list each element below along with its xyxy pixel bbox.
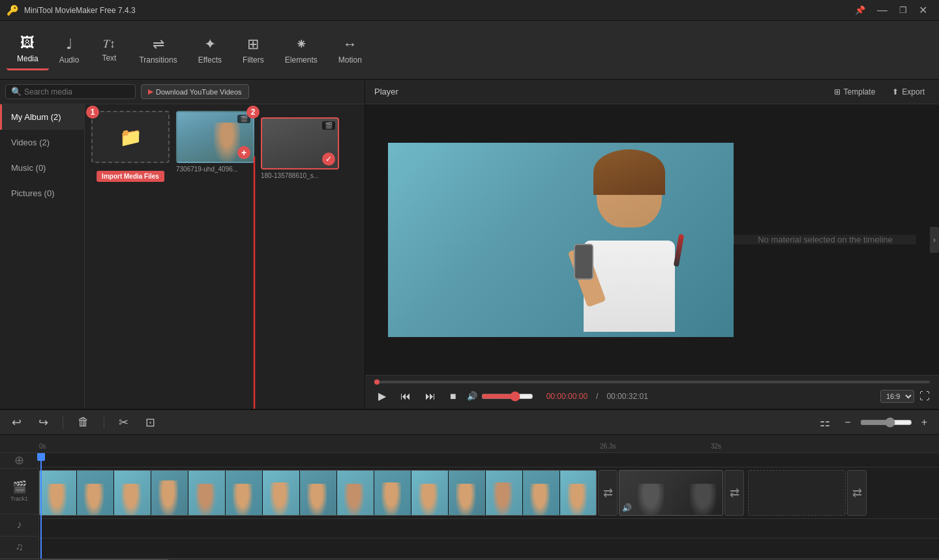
toolbar-item-elements[interactable]: ⁕ Elements (275, 31, 328, 70)
toolbar-item-motion[interactable]: ↔ Motion (328, 31, 372, 70)
sidebar-item-pictures[interactable]: Pictures (0) (0, 181, 84, 206)
playhead-handle[interactable] (37, 453, 45, 461)
thumb-2 (114, 471, 151, 516)
search-box[interactable]: 🔍 (5, 84, 136, 99)
stop-button[interactable]: ■ (446, 389, 460, 404)
undo-button[interactable]: ↩ (7, 413, 27, 432)
app-title: MiniTool MovieMaker Free 7.4.3 (24, 6, 850, 15)
timeline-area: 0s 26.3s 32s ⊕ 🎬 Track1 ♪ ♫ (0, 435, 939, 560)
crop-button[interactable]: ⊡ (140, 413, 160, 432)
close-button[interactable]: ✕ (914, 3, 932, 18)
thumb-8 (337, 471, 374, 516)
elements-icon: ⁕ (295, 36, 307, 53)
video1-label: 7306719-uhd_4096... (176, 166, 254, 173)
timeline-ruler: 0s 26.3s 32s (0, 435, 939, 453)
thumb-3 (151, 471, 188, 516)
export-button[interactable]: ⬆ Export (887, 85, 930, 99)
transfer-arrow-1[interactable]: ⇄ (598, 470, 618, 516)
volume-slider[interactable] (481, 391, 533, 402)
media-toolbar: 🔍 ▶ Download YouTube Videos (0, 80, 365, 104)
zoom-in-button[interactable]: + (916, 414, 932, 431)
filters-icon: ⊞ (247, 36, 259, 53)
thumb-9 (374, 471, 411, 516)
player-header: Player ⊞ Template ⬆ Export (365, 80, 939, 104)
second-clip-thumb-2 (671, 471, 723, 516)
content-area: 🔍 ▶ Download YouTube Videos My Album (2)… (0, 80, 939, 409)
toolbar-item-media[interactable]: 🖼 Media (7, 29, 49, 70)
toolbar-item-text[interactable]: 𝑇↕ Text (89, 32, 128, 68)
template-button[interactable]: ⊞ Template (829, 85, 881, 99)
timeline-tracks: ⊕ 🎬 Track1 ♪ ♫ (0, 453, 939, 559)
timeline-toolbar: ↩ ↪ 🗑 ✂ ⊡ ⚏ − + (0, 409, 939, 435)
video-frame (388, 143, 734, 337)
progress-indicator[interactable] (374, 379, 380, 385)
transfer-arrow-3[interactable]: ⇄ (847, 470, 867, 516)
track-label-audio: ♪ (0, 514, 38, 537)
toolbar-item-filters[interactable]: ⊞ Filters (232, 31, 275, 70)
video-display: No material selected on the timeline › (365, 104, 939, 375)
play-button[interactable]: ▶ (374, 389, 390, 404)
track-label-add: ⊕ (0, 453, 38, 469)
media-icon: 🖼 (20, 35, 35, 52)
cut-button[interactable]: ✂ (113, 413, 134, 432)
time-separator: / (596, 392, 598, 401)
search-input[interactable] (24, 87, 115, 96)
aspect-ratio-select[interactable]: 16:9 9:16 4:3 1:1 (880, 390, 914, 403)
motion-label: Motion (338, 55, 362, 65)
step1-badge: 1 (86, 106, 99, 119)
toolbar-item-effects[interactable]: ✦ Effects (188, 31, 232, 70)
toolbar-separator-1 (63, 416, 63, 429)
pin-button[interactable]: 📌 (850, 3, 871, 18)
import-media-card[interactable]: 📁 Import Media Files 1 (91, 111, 170, 179)
effects-icon: ✦ (204, 36, 216, 53)
title-bar: 🔑 MiniTool MovieMaker Free 7.4.3 📌 — ❐ ✕ (0, 0, 939, 21)
download-youtube-button[interactable]: ▶ Download YouTube Videos (141, 84, 249, 99)
zoom-slider[interactable] (860, 417, 912, 428)
main-video-clip[interactable] (39, 470, 597, 516)
thumb-10 (411, 471, 449, 516)
redo-button[interactable]: ↪ (33, 413, 53, 432)
video1-card[interactable]: 🎬 + 7306719-uhd_4096... 2 (176, 111, 254, 179)
video2-card[interactable]: 🎬 ✓ 180-135788610_s... (261, 117, 339, 179)
sidebar-item-my-album[interactable]: My Album (2) (0, 104, 84, 130)
progress-bar[interactable] (374, 381, 930, 383)
step2-badge: 2 (246, 106, 260, 119)
video2-thumb[interactable]: 🎬 ✓ (261, 117, 339, 169)
videos-label: Videos (2) (11, 138, 50, 147)
sidebar-item-videos[interactable]: Videos (2) (0, 130, 84, 155)
toolbar-item-transitions[interactable]: ⇌ Transitions (128, 31, 187, 70)
split-view-button[interactable]: ⚏ (814, 413, 835, 432)
delete-button[interactable]: 🗑 (72, 413, 95, 432)
thumb-5 (226, 471, 263, 516)
audio-icon: ♩ (66, 36, 72, 53)
ruler-mark-0: 0s (39, 443, 46, 450)
sidebar-item-music[interactable]: Music (0) (0, 155, 84, 181)
video1-thumb[interactable]: 🎬 + (176, 111, 254, 163)
transfer-arrow-2[interactable]: ⇄ (724, 470, 744, 516)
add-track-icon[interactable]: ⊕ (14, 453, 24, 467)
filters-label: Filters (243, 55, 264, 65)
right-info-panel: No material selected on the timeline › (734, 235, 916, 244)
prev-frame-button[interactable]: ⏮ (396, 389, 415, 404)
volume-container: 🔊 (467, 391, 533, 402)
next-frame-button[interactable]: ⏭ (421, 389, 440, 404)
track-label-text: ♫ (0, 537, 38, 559)
second-video-clip[interactable]: 🔊 (619, 470, 723, 516)
toolbar-item-audio[interactable]: ♩ Audio (49, 31, 90, 70)
ruler-mark-263: 26.3s (600, 443, 616, 450)
timeline-playhead[interactable] (40, 453, 42, 559)
track1-label: Track1 (10, 495, 28, 502)
template-icon: ⊞ (834, 87, 841, 96)
import-media-thumb[interactable]: 📁 (91, 111, 170, 163)
collapse-arrow[interactable]: › (930, 227, 939, 253)
video2-badge-icon: 🎬 (322, 121, 335, 130)
audio-indicator: 🔊 (622, 503, 632, 512)
thumb-11 (449, 471, 486, 516)
minimize-button[interactable]: — (872, 3, 893, 18)
add-to-timeline-button[interactable]: + (237, 146, 250, 159)
music-label: Music (0) (11, 163, 46, 173)
track-label-video: 🎬 Track1 (0, 469, 38, 514)
zoom-out-button[interactable]: − (839, 414, 856, 431)
restore-button[interactable]: ❐ (894, 3, 912, 18)
fullscreen-button[interactable]: ⛶ (919, 391, 930, 402)
